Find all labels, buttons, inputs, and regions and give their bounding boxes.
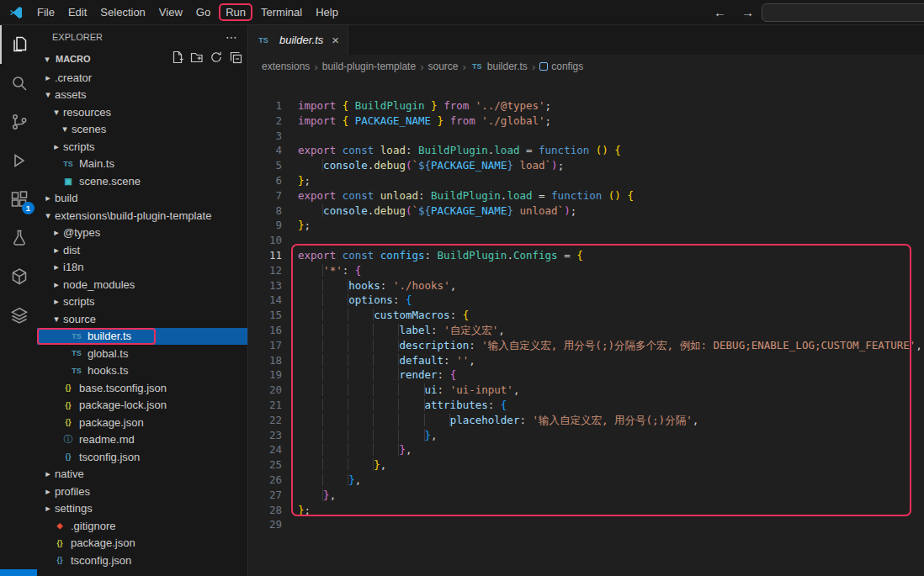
tree-item-scripts[interactable]: ▸scripts xyxy=(37,138,247,156)
new-file-icon[interactable] xyxy=(171,50,184,67)
menu-file[interactable]: File xyxy=(30,3,61,21)
breadcrumb-extensions[interactable]: extensions xyxy=(262,61,310,72)
tree-item-scene.scene[interactable]: ▣scene.scene xyxy=(37,172,247,190)
code-line-26[interactable]: 26 }, xyxy=(248,473,924,488)
tree-item-main.ts[interactable]: TSMain.ts xyxy=(37,156,247,173)
breadcrumb-configs[interactable]: configs xyxy=(539,61,583,72)
tree-item-native[interactable]: ▸native xyxy=(37,466,247,484)
code-line-17[interactable]: 17 description: '输入自定义宏, 用分号(;)分隔多个宏, 例如… xyxy=(248,338,924,353)
menu-run[interactable]: Run xyxy=(219,3,252,21)
tree-item-scenes[interactable]: ▾scenes xyxy=(37,121,247,139)
code-line-5[interactable]: 5 console.debug(`${PACKAGE_NAME} load`); xyxy=(248,158,924,173)
code-editor[interactable]: 1import { BuildPlugin } from '../@types'… xyxy=(248,78,924,576)
breadcrumb-build-plugin-template[interactable]: build-plugin-template xyxy=(322,61,416,72)
menu-help[interactable]: Help xyxy=(309,3,345,21)
menu-selection[interactable]: Selection xyxy=(93,3,151,21)
code-line-12[interactable]: 12 '*': { xyxy=(248,263,924,278)
code-line-7[interactable]: 7export const unload: BuildPlugin.load =… xyxy=(248,188,924,203)
tree-item-profiles[interactable]: ▸profiles xyxy=(37,483,247,500)
menu-view[interactable]: View xyxy=(152,3,189,21)
code-line-4[interactable]: 4export const load: BuildPlugin.load = f… xyxy=(248,143,924,158)
code-line-1[interactable]: 1import { BuildPlugin } from '../@types'… xyxy=(248,98,924,114)
tree-item-hooks.ts[interactable]: TShooks.ts xyxy=(37,362,247,380)
back-icon[interactable]: ← xyxy=(706,5,734,19)
tree-item-tsconfig.json[interactable]: {}tsconfig.json xyxy=(37,448,247,466)
command-center[interactable] xyxy=(762,3,924,22)
code-line-11[interactable]: 11export const configs: BuildPlugin.Conf… xyxy=(248,248,924,263)
search-icon[interactable] xyxy=(0,64,37,103)
code-line-27[interactable]: 27 }, xyxy=(248,488,924,503)
menu-edit[interactable]: Edit xyxy=(61,3,93,21)
tree-item-i18n[interactable]: ▸i18n xyxy=(37,259,247,277)
tree-item-tsconfig.json[interactable]: {}tsconfig.json xyxy=(37,552,247,569)
code-line-18[interactable]: 18 default: '', xyxy=(248,353,924,368)
activity-bar: 1 xyxy=(0,25,37,576)
code-line-22[interactable]: 22 placeholder: '输入自定义宏, 用分号(;)分隔', xyxy=(248,413,924,428)
extensions-icon[interactable]: 1 xyxy=(0,180,37,219)
tree-item-.gitignore[interactable]: ◆.gitignore xyxy=(37,517,247,535)
tree-item-label: assets xyxy=(55,88,87,101)
tree-item-resources[interactable]: ▾resources xyxy=(37,103,247,121)
menu-terminal[interactable]: Terminal xyxy=(254,3,309,21)
workspace-section-header[interactable]: ▾ MACRO xyxy=(37,49,247,69)
cube-icon[interactable] xyxy=(0,257,37,296)
tree-item-package.json[interactable]: {}package.json xyxy=(37,414,247,431)
code-line-21[interactable]: 21 attributes: { xyxy=(248,398,924,413)
tree-item-extensions-build-plugin-template[interactable]: ▾extensions\build-plugin-template xyxy=(37,207,247,225)
explorer-icon[interactable] xyxy=(0,25,37,64)
tree-item-dist[interactable]: ▸dist xyxy=(37,241,247,259)
code-line-16[interactable]: 16 label: '自定义宏', xyxy=(248,323,924,338)
source-control-icon[interactable] xyxy=(0,103,37,141)
new-folder-icon[interactable] xyxy=(190,50,204,67)
code-line-6[interactable]: 6}; xyxy=(248,173,924,188)
tab-builder-ts[interactable]: TS builder.ts × xyxy=(248,25,348,55)
tree-item-readme.md[interactable]: ⓘreadme.md xyxy=(37,431,247,449)
tree-item-@types[interactable]: ▸@types xyxy=(37,225,247,242)
forward-icon[interactable]: → xyxy=(734,5,762,19)
code-text: options: { xyxy=(298,293,412,308)
run-debug-icon[interactable] xyxy=(0,141,37,180)
code-line-29[interactable]: 29 xyxy=(248,517,924,532)
tree-item-label: settings xyxy=(55,502,93,515)
tree-item-.creator[interactable]: ▸.creator xyxy=(37,69,247,87)
collapse-all-icon[interactable] xyxy=(229,50,242,67)
code-line-25[interactable]: 25 }, xyxy=(248,457,924,473)
code-line-14[interactable]: 14 options: { xyxy=(248,293,924,308)
code-line-24[interactable]: 24 }, xyxy=(248,442,924,457)
tree-item-assets[interactable]: ▾assets xyxy=(37,87,247,104)
beaker-icon[interactable] xyxy=(0,219,37,257)
code-line-10[interactable]: 10 xyxy=(248,233,924,248)
breadcrumb-source[interactable]: source xyxy=(427,61,458,72)
code-line-3[interactable]: 3 xyxy=(248,129,924,144)
tree-item-global.ts[interactable]: TSglobal.ts xyxy=(37,345,247,362)
code-line-19[interactable]: 19 render: { xyxy=(248,367,924,383)
remote-indicator[interactable] xyxy=(0,569,37,576)
code-line-2[interactable]: 2import { PACKAGE_NAME } from './global'… xyxy=(248,114,924,129)
tree-item-node-modules[interactable]: ▸node_modules xyxy=(37,276,247,293)
tree-item-builder.ts[interactable]: TSbuilder.ts xyxy=(37,328,247,346)
workspace-root-label: MACRO xyxy=(56,54,91,64)
tree-item-settings[interactable]: ▸settings xyxy=(37,500,247,518)
code-line-9[interactable]: 9}; xyxy=(248,218,924,233)
code-line-28[interactable]: 28}; xyxy=(248,503,924,518)
tree-item-build[interactable]: ▸build xyxy=(37,190,247,208)
code-line-13[interactable]: 13 hooks: './hooks', xyxy=(248,278,924,293)
tree-item-scripts[interactable]: ▸scripts xyxy=(37,293,247,311)
ts-file-icon: TS xyxy=(61,160,75,168)
tree-item-source[interactable]: ▾source xyxy=(37,310,247,328)
tree-item-base.tsconfig.json[interactable]: {}base.tsconfig.json xyxy=(37,379,247,397)
tree-item-package.json[interactable]: {}package.json xyxy=(37,535,247,552)
code-text: '*': { xyxy=(298,263,361,278)
refresh-icon[interactable] xyxy=(210,50,223,67)
code-line-15[interactable]: 15 customMacros: { xyxy=(248,308,924,323)
tree-item-label: readme.md xyxy=(79,433,135,446)
code-line-20[interactable]: 20 ui: 'ui-input', xyxy=(248,383,924,398)
layers-icon[interactable] xyxy=(0,296,37,335)
close-icon[interactable]: × xyxy=(332,33,339,47)
more-actions-icon[interactable]: ⋯ xyxy=(226,30,237,44)
menu-go[interactable]: Go xyxy=(189,3,217,21)
code-line-8[interactable]: 8 console.debug(`${PACKAGE_NAME} unload`… xyxy=(248,203,924,219)
breadcrumb-builder.ts[interactable]: TSbuilder.ts xyxy=(470,61,528,72)
tree-item-package-lock.json[interactable]: {}package-lock.json xyxy=(37,397,247,415)
code-line-23[interactable]: 23 }, xyxy=(248,428,924,443)
